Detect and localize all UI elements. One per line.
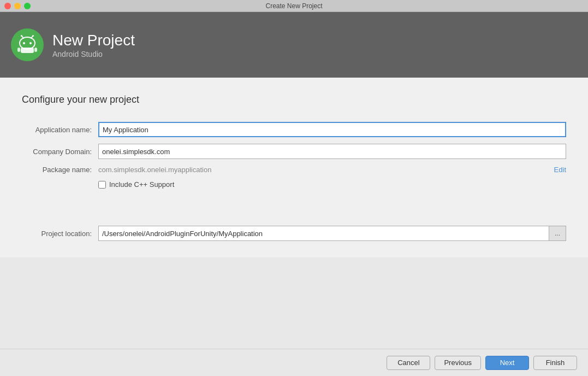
application-name-label: Application name:: [22, 126, 98, 134]
close-button[interactable]: [4, 3, 11, 9]
cpp-support-checkbox[interactable]: [98, 181, 106, 189]
edit-package-link[interactable]: Edit: [549, 166, 566, 174]
maximize-button[interactable]: [24, 3, 31, 9]
package-name-label: Package name:: [22, 166, 98, 174]
svg-point-2: [21, 35, 22, 37]
section-title: Configure your new project: [22, 94, 566, 105]
window-title: Create New Project: [265, 2, 322, 10]
next-button[interactable]: Next: [485, 356, 529, 370]
package-name-value: com.simplesdk.onelei.myapplication: [98, 166, 549, 174]
android-logo: [11, 28, 44, 61]
title-bar: Create New Project: [0, 0, 588, 12]
company-domain-row: Company Domain:: [22, 144, 566, 159]
form-area: Application name: Company Domain: Packag…: [22, 122, 566, 204]
footer: Cancel Previous Next Finish: [0, 349, 588, 376]
project-location-label: Project location:: [22, 230, 98, 238]
project-location-section: Project location: ...: [22, 226, 566, 241]
finish-button[interactable]: Finish: [533, 356, 577, 370]
package-name-content: com.simplesdk.onelei.myapplication Edit: [98, 166, 566, 174]
browse-button[interactable]: ...: [549, 226, 566, 241]
package-name-row: Package name: com.simplesdk.onelei.myapp…: [22, 166, 566, 174]
main-content: Configure your new project Application n…: [0, 78, 588, 257]
application-name-row: Application name:: [22, 122, 566, 137]
svg-point-4: [32, 35, 34, 37]
svg-point-6: [29, 42, 32, 44]
svg-point-0: [20, 37, 35, 49]
svg-point-5: [23, 42, 25, 44]
header-text-group: New Project Android Studio: [52, 31, 135, 58]
project-location-input[interactable]: [98, 226, 549, 241]
project-location-row: Project location: ...: [22, 226, 566, 241]
cancel-button[interactable]: Cancel: [387, 356, 430, 370]
company-domain-label: Company Domain:: [22, 148, 98, 156]
svg-rect-8: [17, 48, 20, 52]
company-domain-input[interactable]: [98, 144, 566, 159]
svg-rect-9: [34, 48, 37, 52]
window-controls: [4, 3, 31, 9]
header-title: New Project: [52, 31, 135, 50]
svg-rect-7: [21, 48, 34, 53]
header-banner: New Project Android Studio: [0, 12, 588, 78]
application-name-input[interactable]: [98, 122, 566, 137]
minimize-button[interactable]: [14, 3, 21, 9]
previous-button[interactable]: Previous: [435, 356, 481, 370]
cpp-support-row: Include C++ Support: [98, 180, 566, 189]
android-studio-icon: [17, 34, 38, 55]
cpp-support-label: Include C++ Support: [109, 180, 174, 189]
header-subtitle: Android Studio: [52, 50, 135, 58]
